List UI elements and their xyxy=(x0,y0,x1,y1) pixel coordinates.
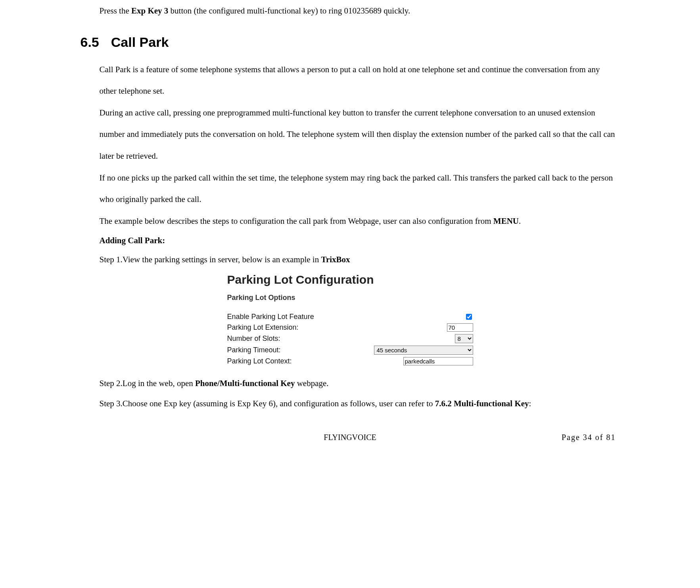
input-parking-context[interactable] xyxy=(403,357,473,365)
row-enable: Enable Parking Lot Feature xyxy=(227,311,473,322)
step2-post: webpage. xyxy=(295,379,328,388)
para-1: Call Park is a feature of some telephone… xyxy=(100,59,616,102)
step-2: Step 2.Log in the web, open Phone/Multi-… xyxy=(100,377,616,390)
intro-post: button (the configured multi-functional … xyxy=(168,6,410,15)
para4-post: . xyxy=(519,216,521,226)
step1-bold: TrixBox xyxy=(321,255,350,264)
para-2: During an active call, pressing one prep… xyxy=(100,102,616,167)
para-3: If no one picks up the parked call withi… xyxy=(100,167,616,210)
step3-pre: Step 3.Choose one Exp key (assuming is E… xyxy=(100,399,435,408)
select-number-of-slots[interactable]: 8 xyxy=(455,334,473,343)
row-slots: Number of Slots: 8 xyxy=(227,333,473,344)
label-context: Parking Lot Context: xyxy=(227,357,370,365)
parking-lot-figure: Parking Lot Configuration Parking Lot Op… xyxy=(227,273,473,367)
input-parking-extension[interactable] xyxy=(447,323,473,332)
intro-line: Press the Exp Key 3 button (the configur… xyxy=(100,0,616,22)
step2-bold: Phone/Multi-functional Key xyxy=(195,379,295,388)
page-footer: FLYINGVOICE Page 34 of 81 xyxy=(84,433,616,442)
section-heading-row: 6.5 Call Park xyxy=(81,35,620,50)
footer-page-number: Page 34 of 81 xyxy=(439,433,616,442)
para-4: The example below describes the steps to… xyxy=(100,210,616,232)
step3-bold: 7.6.2 Multi-functional Key xyxy=(435,399,529,408)
intro-bold: Exp Key 3 xyxy=(131,6,168,15)
para4-pre: The example below describes the steps to… xyxy=(100,216,493,226)
row-context: Parking Lot Context: xyxy=(227,356,473,367)
step1-pre: Step 1.View the parking settings in serv… xyxy=(100,255,321,264)
step2-pre: Step 2.Log in the web, open xyxy=(100,379,195,388)
section-number: 6.5 xyxy=(81,35,99,50)
step-3: Step 3.Choose one Exp key (assuming is E… xyxy=(100,397,616,411)
label-extension: Parking Lot Extension: xyxy=(227,323,402,332)
row-extension: Parking Lot Extension: xyxy=(227,322,473,333)
select-parking-timeout[interactable]: 45 seconds xyxy=(374,346,473,355)
figure-title: Parking Lot Configuration xyxy=(227,273,473,286)
para4-bold: MENU xyxy=(493,216,519,226)
checkbox-enable-parking[interactable] xyxy=(466,314,472,320)
label-timeout: Parking Timeout: xyxy=(227,346,370,354)
figure-subtitle: Parking Lot Options xyxy=(227,294,473,302)
section-title: Call Park xyxy=(111,35,169,50)
footer-brand: FLYINGVOICE xyxy=(261,433,439,442)
row-timeout: Parking Timeout: 45 seconds xyxy=(227,344,473,356)
step3-post: : xyxy=(529,399,531,408)
adding-call-park-heading: Adding Call Park: xyxy=(100,234,616,248)
intro-pre: Press the xyxy=(100,6,132,15)
label-slots: Number of Slots: xyxy=(227,334,402,343)
label-enable: Enable Parking Lot Feature xyxy=(227,313,402,321)
step-1: Step 1.View the parking settings in serv… xyxy=(100,253,616,267)
